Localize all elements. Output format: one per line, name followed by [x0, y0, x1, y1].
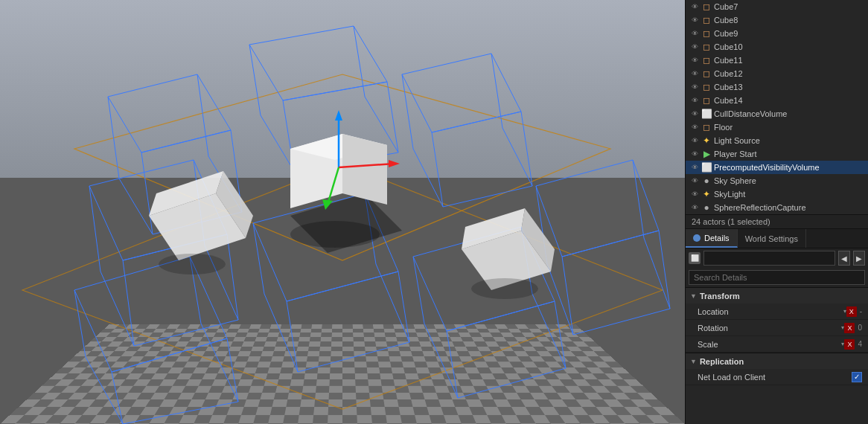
- svg-line-48: [547, 264, 573, 335]
- outliner-item-cube13[interactable]: 👁 ◻ Cube13: [686, 80, 868, 94]
- selected-object-next[interactable]: ▶: [853, 251, 865, 266]
- outliner-list[interactable]: 👁 ◻ Cube7 👁 ◻ Cube8 👁 ◻ Cube9 👁 ◻ Cube10…: [686, 0, 868, 214]
- location-label: Location: [698, 307, 843, 316]
- outliner-item-cube12[interactable]: 👁 ◻ Cube12: [686, 67, 868, 80]
- outliner-item-cube9[interactable]: 👁 ◻ Cube9: [686, 27, 868, 40]
- property-location: Location ▾ X -: [686, 303, 868, 320]
- svg-marker-33: [287, 272, 409, 372]
- search-details-bar: [686, 268, 868, 287]
- svg-line-12: [261, 115, 294, 171]
- obj-icon-skylight: ✦: [701, 188, 712, 200]
- outliner-item-floor[interactable]: 👁 ◻ Floor: [686, 121, 868, 134]
- scale-values: X 4: [844, 339, 862, 350]
- outliner-item-cube14[interactable]: 👁 ◻ Cube14: [686, 94, 868, 107]
- label-lightsource: Light Source: [714, 136, 865, 145]
- label-cube7: Cube7: [714, 2, 865, 11]
- svg-marker-39: [447, 301, 566, 398]
- search-details-input[interactable]: [689, 270, 865, 285]
- location-values: X -: [846, 306, 862, 317]
- eye-icon-spherereflectioncapture: 👁: [689, 202, 701, 213]
- eye-icon-skylight: 👁: [689, 188, 701, 200]
- label-skysphere: Sky Sphere: [714, 176, 865, 185]
- label-spherereflectioncapture: SphereReflectionCapture: [714, 203, 865, 212]
- outliner-item-playerstart[interactable]: 👁 ▶ Player Start: [686, 147, 868, 161]
- scale-reset-x[interactable]: X: [844, 339, 855, 350]
- eye-icon-cube8: 👁: [689, 14, 701, 26]
- svg-marker-55: [335, 110, 342, 121]
- section-transform-arrow: ▼: [690, 292, 697, 300]
- details-panel: ⬜ PrecomputedVisibilityVolume ◀ ▶ ▼ Tran…: [686, 248, 868, 424]
- tab-details[interactable]: Details: [686, 229, 738, 248]
- eye-icon-cube9: 👁: [689, 28, 701, 39]
- obj-icon-spherereflectioncapture: ●: [701, 202, 712, 213]
- outliner-item-skysphere[interactable]: 👁 ● Sky Sphere: [686, 174, 868, 187]
- outliner-item-lightsource[interactable]: 👁 ✦ Light Source: [686, 134, 868, 147]
- outliner-item-cube11[interactable]: 👁 ◻ Cube11: [686, 54, 868, 67]
- eye-icon-skysphere: 👁: [689, 175, 701, 187]
- obj-icon-skysphere: ●: [701, 175, 712, 187]
- label-precomputedvisibilityvolume: PrecomputedVisibilityVolume: [714, 163, 865, 172]
- svg-line-42: [424, 324, 458, 398]
- eye-icon-lightsource: 👁: [689, 135, 701, 147]
- selected-object-bar: ⬜ PrecomputedVisibilityVolume ◀ ▶: [686, 248, 868, 268]
- tab-details-label: Details: [704, 234, 730, 242]
- svg-marker-53: [342, 134, 387, 205]
- svg-marker-27: [112, 338, 238, 424]
- svg-line-28: [74, 290, 86, 357]
- outliner-item-precomputedvisibilityvolume[interactable]: 👁 ⬜ PrecomputedVisibilityVolume: [686, 161, 868, 174]
- obj-icon-cube8: ◻: [701, 14, 712, 26]
- label-cube11: Cube11: [714, 56, 865, 65]
- svg-marker-14: [402, 54, 521, 132]
- outliner-item-culldistancevolume[interactable]: 👁 ⬜ CullDistanceVolume: [686, 107, 868, 121]
- outliner-item-cube10[interactable]: 👁 ◻ Cube10: [686, 40, 868, 54]
- tab-world-settings-label: World Settings: [745, 234, 798, 243]
- svg-marker-15: [432, 112, 532, 207]
- scene-overlay: [0, 0, 685, 424]
- rotation-reset-x[interactable]: X: [844, 323, 855, 333]
- svg-line-49: [644, 238, 670, 309]
- label-cube10: Cube10: [714, 42, 865, 51]
- label-cube13: Cube13: [714, 83, 865, 91]
- selected-object-input[interactable]: PrecomputedVisibilityVolume: [703, 251, 835, 266]
- property-scale: Scale ▾ X 4: [686, 336, 868, 353]
- svg-line-43: [532, 294, 566, 368]
- selected-object-prev[interactable]: ◀: [838, 251, 850, 266]
- svg-line-11: [354, 26, 365, 97]
- section-transform[interactable]: ▼ Transform: [686, 287, 868, 303]
- svg-line-37: [376, 264, 409, 342]
- section-replication-arrow: ▼: [690, 358, 697, 365]
- svg-line-4: [108, 97, 119, 179]
- tab-dot-details: [693, 234, 701, 242]
- net-load-label: Net Load on Client: [698, 373, 852, 382]
- location-reset-x[interactable]: X: [846, 306, 857, 317]
- eye-icon-cube12: 👁: [689, 68, 701, 80]
- property-rotation: Rotation ▾ X 0: [686, 320, 868, 336]
- label-playerstart: Player Start: [714, 150, 865, 158]
- svg-line-31: [201, 324, 238, 402]
- actor-count: 24 actors (1 selected): [686, 214, 868, 229]
- obj-icon-cube11: ◻: [701, 54, 712, 66]
- obj-icon-playerstart: ▶: [701, 148, 712, 160]
- property-net-load-on-client: Net Load on Client ✓: [686, 369, 868, 385]
- label-culldistancevolume: CullDistanceVolume: [714, 109, 865, 118]
- obj-icon-cube9: ◻: [701, 28, 712, 39]
- section-replication-label: Replication: [700, 357, 744, 366]
- eye-icon-cube13: 👁: [689, 81, 701, 93]
- eye-icon-culldistancevolume: 👁: [689, 108, 701, 120]
- svg-marker-45: [562, 231, 670, 335]
- outliner-item-cube8[interactable]: 👁 ◻ Cube8: [686, 13, 868, 27]
- svg-marker-2: [108, 74, 231, 152]
- outliner-item-skylight[interactable]: 👁 ✦ SkyLight: [686, 187, 868, 201]
- tab-world-settings[interactable]: World Settings: [738, 229, 806, 248]
- outliner-item-spherereflectioncapture[interactable]: 👁 ● SphereReflectionCapture: [686, 201, 868, 214]
- outliner-item-cube7[interactable]: 👁 ◻ Cube7: [686, 0, 868, 13]
- svg-line-6: [119, 179, 153, 234]
- svg-marker-44: [536, 160, 659, 257]
- label-cube14: Cube14: [714, 96, 865, 105]
- obj-icon-cube14: ◻: [701, 94, 712, 106]
- net-load-checkbox[interactable]: ✓: [852, 372, 862, 382]
- svg-marker-26: [74, 257, 227, 372]
- viewport-3d[interactable]: [0, 0, 685, 424]
- section-replication[interactable]: ▼ Replication: [686, 353, 868, 369]
- label-cube8: Cube8: [714, 16, 865, 25]
